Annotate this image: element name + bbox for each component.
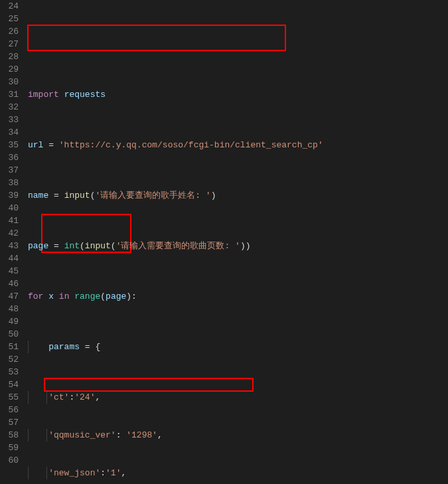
line-number: 52 bbox=[0, 353, 19, 366]
code-content[interactable]: import requests url = 'https://c.y.qq.co… bbox=[28, 0, 448, 484]
line-number: 41 bbox=[0, 214, 19, 227]
line-number: 57 bbox=[0, 416, 19, 429]
line-number: 47 bbox=[0, 290, 19, 303]
line-number: 26 bbox=[0, 25, 19, 38]
line-number: 54 bbox=[0, 378, 19, 391]
line-number: 44 bbox=[0, 252, 19, 265]
line-number: 46 bbox=[0, 278, 19, 290]
line-number: 45 bbox=[0, 265, 19, 278]
line-number: 39 bbox=[0, 189, 19, 202]
line-number: 40 bbox=[0, 202, 19, 214]
code-line: params = { bbox=[28, 341, 448, 353]
line-number: 25 bbox=[0, 13, 19, 25]
line-number: 43 bbox=[0, 240, 19, 252]
line-number-gutter: 24 25 26 27 28 29 30 31 32 33 34 35 36 3… bbox=[0, 0, 28, 484]
line-number: 34 bbox=[0, 126, 19, 139]
code-line: 'qqmusic_ver': '1298', bbox=[28, 429, 448, 442]
highlight-box-input bbox=[27, 25, 286, 51]
code-editor: 24 25 26 27 28 29 30 31 32 33 34 35 36 3… bbox=[0, 0, 448, 484]
line-number: 37 bbox=[0, 164, 19, 177]
line-number: 33 bbox=[0, 114, 19, 126]
line-number: 56 bbox=[0, 404, 19, 416]
line-number: 55 bbox=[0, 391, 19, 404]
code-line: 'new_json':'1', bbox=[28, 467, 448, 479]
highlight-box-request bbox=[44, 378, 254, 392]
line-number: 36 bbox=[0, 151, 19, 164]
line-number: 32 bbox=[0, 101, 19, 114]
line-number: 31 bbox=[0, 88, 19, 101]
line-number: 24 bbox=[0, 0, 19, 13]
code-line: for x in range(page): bbox=[28, 290, 448, 303]
line-number: 27 bbox=[0, 38, 19, 50]
line-number: 35 bbox=[0, 139, 19, 151]
line-number: 28 bbox=[0, 50, 19, 63]
code-line: url = 'https://c.y.qq.com/soso/fcgi-bin/… bbox=[28, 139, 448, 151]
line-number: 49 bbox=[0, 315, 19, 328]
code-line: import requests bbox=[28, 88, 448, 101]
line-number: 29 bbox=[0, 63, 19, 76]
line-number: 42 bbox=[0, 227, 19, 240]
code-line: page = int(input('请输入需要查询的歌曲页数: ')) bbox=[28, 240, 448, 252]
line-number: 58 bbox=[0, 429, 19, 442]
line-number: 30 bbox=[0, 76, 19, 88]
code-line: 'ct':'24', bbox=[28, 391, 448, 404]
line-number: 48 bbox=[0, 303, 19, 315]
line-number: 38 bbox=[0, 177, 19, 189]
line-number: 50 bbox=[0, 328, 19, 341]
line-number: 60 bbox=[0, 454, 19, 467]
line-number: 51 bbox=[0, 341, 19, 353]
code-line: name = input('请输入要查询的歌手姓名: ') bbox=[28, 189, 448, 202]
line-number: 53 bbox=[0, 366, 19, 378]
line-number: 59 bbox=[0, 442, 19, 454]
